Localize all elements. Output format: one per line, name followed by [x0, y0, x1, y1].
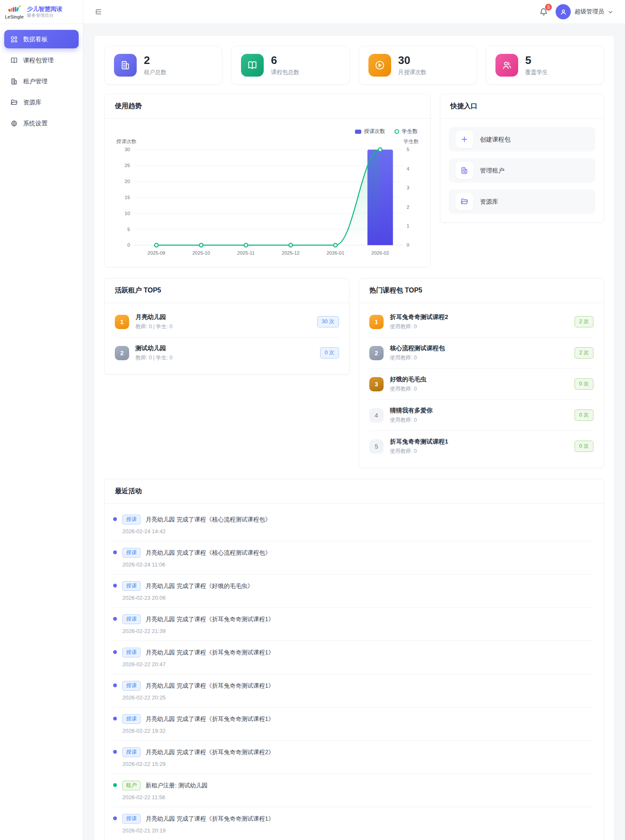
- svg-text:1: 1: [407, 223, 409, 229]
- course-meta: 使用教师: 0: [390, 417, 568, 424]
- activity-dot-icon: [113, 584, 117, 587]
- usage-count-badge: 30 次: [317, 316, 339, 327]
- activity-time: 2026-02-24 11:06: [122, 561, 593, 568]
- activity-type-badge: 授课: [122, 814, 140, 824]
- sidebar-item-tenants[interactable]: 租户管理: [4, 72, 79, 90]
- stats-row: 2 租户总数 6 课程包总数 30 月授课次数: [104, 46, 604, 85]
- card-title: 快捷入口: [450, 102, 477, 109]
- logo-mark-icon: LeSingle: [5, 5, 24, 19]
- activity-type-badge: 授课: [122, 714, 140, 724]
- topbar: 5 超级管理员: [83, 0, 625, 24]
- line-marker-icon: [395, 129, 399, 134]
- logo: LeSingle 少儿智慧阅读 服务管理后台: [0, 0, 83, 24]
- svg-text:4: 4: [407, 166, 410, 171]
- tenant-name: 测试幼儿园: [135, 344, 314, 352]
- activity-type-badge: 授课: [122, 548, 140, 558]
- svg-text:10: 10: [124, 211, 130, 216]
- svg-text:20: 20: [124, 179, 130, 184]
- activity-type-badge: 授课: [122, 515, 140, 524]
- rank-badge: 2: [115, 346, 129, 360]
- user-menu[interactable]: 超级管理员: [556, 4, 613, 19]
- sidebar-item-label: 租户管理: [23, 77, 48, 85]
- legend-item-lessons[interactable]: 授课次数: [355, 128, 385, 135]
- avatar: [556, 4, 571, 19]
- tenant-row: 1 月亮幼儿园 教师: 0 | 学生: 0 30 次: [115, 306, 339, 338]
- stat-value: 5: [525, 54, 548, 66]
- stat-value: 30: [398, 54, 427, 66]
- quick-entry-card: 快捷入口 创建课程包 管理租户: [440, 94, 604, 223]
- svg-text:2026-02: 2026-02: [371, 250, 389, 255]
- quick-entry-manage-tenants[interactable]: 管理租户: [449, 158, 595, 183]
- course-name: 折耳兔奇奇测试课程2: [390, 313, 568, 321]
- sidebar-item-dashboard[interactable]: 数据看板: [4, 30, 79, 48]
- svg-text:15: 15: [124, 195, 130, 200]
- folder-icon: [10, 98, 18, 106]
- activity-time: 2026-02-22 21:39: [122, 628, 593, 634]
- activity-time: 2026-02-21 20:19: [122, 827, 593, 834]
- legend-item-students[interactable]: 学生数: [395, 128, 418, 135]
- sidebar-item-course-packages[interactable]: 课程包管理: [4, 51, 79, 69]
- activity-text: 月亮幼儿园 完成了课程《折耳兔奇奇测试课程1》: [146, 715, 274, 723]
- quick-entry-label: 创建课程包: [480, 136, 511, 144]
- dashboard-grid-icon: [10, 35, 18, 43]
- sidebar-item-resources[interactable]: 资源库: [4, 93, 79, 112]
- users-icon: [495, 54, 518, 77]
- stat-value: 2: [144, 54, 167, 66]
- stat-card-tenants: 2 租户总数: [104, 46, 222, 85]
- activity-dot-icon: [113, 650, 117, 654]
- activity-type-badge: 租户: [122, 781, 140, 790]
- activity-text: 新租户注册: 测试幼儿园: [146, 782, 208, 789]
- activity-text: 月亮幼儿园 完成了课程《折耳兔奇奇测试课程2》: [146, 749, 274, 756]
- activity-time: 2026-02-22 20:47: [122, 661, 593, 667]
- tenant-row: 2 测试幼儿园 教师: 0 | 学生: 0 0 次: [115, 338, 339, 368]
- activity-text: 月亮幼儿园 完成了课程《折耳兔奇奇测试课程1》: [146, 616, 274, 623]
- activity-text: 月亮幼儿园 完成了课程《好饿的毛毛虫》: [146, 582, 253, 590]
- svg-text:授课次数: 授课次数: [116, 138, 136, 144]
- activity-time: 2026-02-22 11:56: [122, 794, 593, 800]
- activity-dot-icon: [113, 816, 117, 820]
- svg-text:学生数: 学生数: [404, 138, 419, 144]
- svg-text:2025-12: 2025-12: [282, 250, 299, 255]
- sidebar-collapse-button[interactable]: [93, 6, 104, 18]
- folder-icon: [456, 193, 473, 210]
- usage-count-badge: 0 次: [320, 347, 339, 359]
- sidebar-item-label: 系统设置: [23, 120, 48, 128]
- hot-courses-card: 热门课程包 TOP5 1 折耳兔奇奇测试课程2 使用教师: 0 2 次: [359, 278, 604, 468]
- bar-swatch-icon: [355, 130, 361, 134]
- sidebar-item-settings[interactable]: 系统设置: [4, 114, 79, 133]
- play-icon: [368, 54, 391, 77]
- activity-type-badge: 授课: [122, 614, 140, 624]
- quick-entry-resources[interactable]: 资源库: [449, 189, 595, 214]
- activity-row: 授课 月亮幼儿园 完成了课程《折耳兔奇奇测试课程1》 2026-02-21 20…: [113, 807, 593, 840]
- activity-time: 2026-02-22 20:25: [122, 694, 593, 701]
- sidebar-item-label: 数据看板: [23, 35, 48, 43]
- course-meta: 使用教师: 0: [390, 323, 568, 330]
- course-meta: 使用教师: 0: [390, 354, 568, 362]
- svg-text:0: 0: [407, 242, 409, 247]
- svg-text:2025-11: 2025-11: [237, 250, 254, 255]
- course-name: 核心流程测试课程包: [390, 344, 568, 352]
- activity-dot-icon: [113, 517, 117, 521]
- card-title: 活跃租户 TOP5: [115, 287, 161, 294]
- svg-text:0: 0: [127, 242, 130, 247]
- activity-row: 授课 月亮幼儿园 完成了课程《折耳兔奇奇测试课程2》 2026-02-22 15…: [113, 741, 593, 774]
- usage-count-badge: 2 次: [575, 347, 593, 359]
- usage-count-badge: 0 次: [575, 378, 593, 390]
- stat-value: 6: [271, 54, 299, 66]
- activity-text: 月亮幼儿园 完成了课程《核心流程测试课程包》: [146, 516, 271, 524]
- quick-entry-create-course[interactable]: 创建课程包: [449, 127, 595, 152]
- svg-text:5: 5: [127, 227, 130, 232]
- activity-row: 租户 新租户注册: 测试幼儿园 2026-02-22 11:56: [113, 774, 593, 807]
- menu-fold-icon: [94, 8, 103, 16]
- svg-text:2026-01: 2026-01: [326, 250, 344, 255]
- tenant-name: 月亮幼儿园: [135, 313, 311, 321]
- sidebar-item-label: 课程包管理: [23, 56, 54, 64]
- gear-icon: [10, 120, 18, 128]
- course-meta: 使用教师: 0: [390, 385, 568, 393]
- quick-entry-label: 管理租户: [480, 167, 504, 175]
- notification-bell[interactable]: 5: [538, 6, 549, 17]
- building-icon: [456, 162, 473, 179]
- usage-trend-card: 使用趋势 授课次数 学生数 授课次数学生数0510: [104, 94, 431, 267]
- user-icon: [559, 8, 567, 16]
- activity-dot-icon: [113, 683, 117, 687]
